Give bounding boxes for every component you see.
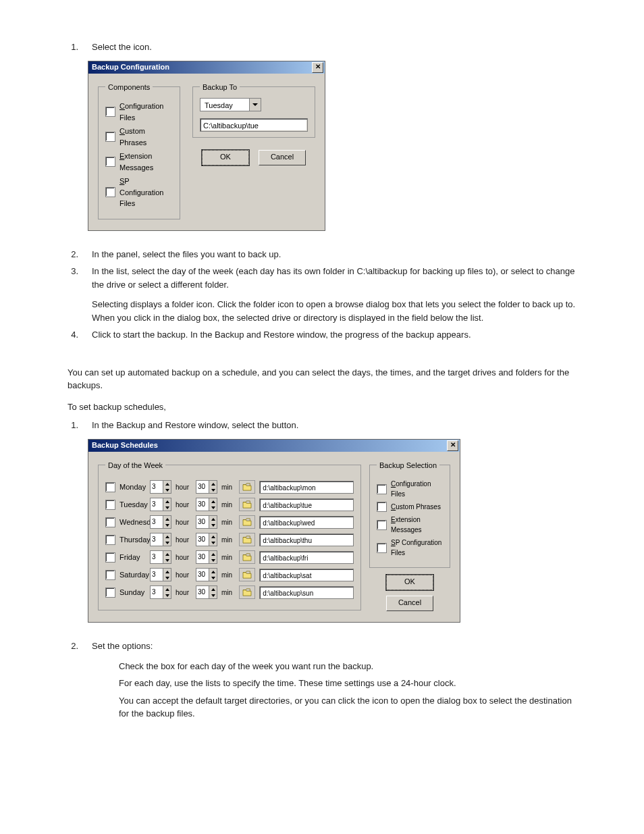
time-spinner[interactable]: 3 bbox=[150, 533, 171, 546]
folder-icon[interactable] bbox=[239, 480, 255, 494]
close-icon[interactable]: ✕ bbox=[447, 440, 458, 451]
day-checkbox[interactable] bbox=[105, 552, 115, 563]
spinner-up-icon[interactable] bbox=[209, 498, 217, 504]
dialog-titlebar: Backup Configuration ✕ bbox=[88, 61, 325, 74]
path-field[interactable]: d:\altibackup\tue bbox=[259, 498, 354, 511]
time-spinner[interactable]: 3 bbox=[150, 568, 171, 581]
time-spinner[interactable]: 3 bbox=[150, 585, 171, 599]
time-spinner[interactable]: 30 bbox=[196, 480, 217, 494]
checkbox-icon[interactable] bbox=[377, 484, 387, 494]
ok-button[interactable]: OK bbox=[202, 150, 249, 165]
checkbox-label: SP Configuration Files bbox=[119, 176, 173, 209]
day-checkbox[interactable] bbox=[105, 482, 115, 492]
spinner-up-icon[interactable] bbox=[163, 516, 171, 522]
day-checkbox[interactable] bbox=[105, 500, 115, 510]
checkbox-icon[interactable] bbox=[105, 187, 115, 197]
path-field[interactable]: C:\altibackup\tue bbox=[200, 118, 308, 132]
path-field[interactable]: d:\altibackup\thu bbox=[259, 533, 354, 546]
spinner-down-icon[interactable] bbox=[163, 557, 171, 563]
path-field[interactable]: d:\altibackup\mon bbox=[259, 481, 354, 494]
day-checkbox[interactable] bbox=[105, 517, 115, 527]
svg-marker-9 bbox=[165, 518, 169, 521]
time-spinner[interactable]: 30 bbox=[196, 568, 217, 581]
day-checkbox[interactable] bbox=[105, 535, 115, 545]
checkbox-icon[interactable] bbox=[105, 157, 115, 167]
time-spinner[interactable]: 30 bbox=[196, 585, 217, 599]
day-row: Wednesday3hour30mind:\altibackup\wed bbox=[105, 515, 354, 529]
time-spinner[interactable]: 30 bbox=[196, 498, 217, 511]
spinner-down-icon[interactable] bbox=[209, 487, 217, 493]
time-spinner[interactable]: 3 bbox=[150, 550, 171, 564]
spinner-down-icon[interactable] bbox=[163, 575, 171, 581]
cancel-button[interactable]: Cancel bbox=[386, 596, 433, 611]
time-spinner[interactable]: 3 bbox=[150, 480, 171, 494]
day-checkbox[interactable] bbox=[105, 588, 115, 598]
folder-icon[interactable] bbox=[239, 585, 255, 599]
spinner-up-icon[interactable] bbox=[163, 498, 171, 504]
cancel-button[interactable]: Cancel bbox=[259, 150, 306, 165]
close-icon[interactable]: ✕ bbox=[312, 62, 323, 73]
spinner-down-icon[interactable] bbox=[209, 592, 217, 598]
ok-button[interactable]: OK bbox=[386, 575, 433, 590]
spinner-up-icon[interactable] bbox=[209, 516, 217, 522]
chevron-down-icon[interactable] bbox=[249, 99, 261, 111]
spinner-down-icon[interactable] bbox=[163, 540, 171, 546]
spinner-up-icon[interactable] bbox=[163, 551, 171, 557]
checkbox-icon[interactable] bbox=[105, 107, 115, 117]
time-spinner[interactable]: 30 bbox=[196, 533, 217, 546]
spinner-down-icon[interactable] bbox=[209, 504, 217, 511]
time-spinner[interactable]: 30 bbox=[196, 515, 217, 529]
folder-icon[interactable] bbox=[239, 515, 255, 529]
spinner-down-icon[interactable] bbox=[163, 487, 171, 493]
folder-icon[interactable] bbox=[239, 498, 255, 511]
spinner-up-icon[interactable] bbox=[209, 586, 217, 592]
checkbox-label: Extension Messages bbox=[391, 515, 443, 535]
spinner-up-icon[interactable] bbox=[209, 533, 217, 540]
day-label: Sunday bbox=[119, 587, 144, 598]
spinner-down-icon[interactable] bbox=[209, 540, 217, 546]
path-field[interactable]: d:\altibackup\fri bbox=[259, 551, 354, 564]
checkbox-icon[interactable] bbox=[377, 502, 387, 512]
component-checkbox[interactable]: Extension Messages bbox=[105, 151, 173, 173]
min-label: min bbox=[221, 482, 232, 492]
folder-icon[interactable] bbox=[239, 533, 255, 546]
day-label: Thursday bbox=[119, 534, 151, 546]
checkbox-icon[interactable] bbox=[105, 132, 115, 142]
time-spinner[interactable]: 3 bbox=[150, 515, 171, 529]
spinner-down-icon[interactable] bbox=[163, 504, 171, 511]
svg-marker-26 bbox=[165, 594, 169, 597]
spinner-down-icon[interactable] bbox=[209, 522, 217, 528]
selection-checkbox[interactable]: Extension Messages bbox=[377, 515, 443, 535]
path-field[interactable]: d:\altibackup\sun bbox=[259, 586, 354, 599]
path-field[interactable]: d:\altibackup\wed bbox=[259, 516, 354, 529]
spinner-up-icon[interactable] bbox=[163, 586, 171, 592]
folder-icon[interactable] bbox=[239, 568, 255, 581]
selection-checkbox[interactable]: Configuration Files bbox=[377, 479, 443, 499]
day-dropdown[interactable]: Tuesday bbox=[200, 98, 261, 111]
component-checkbox[interactable]: SP Configuration Files bbox=[105, 176, 173, 209]
time-spinner[interactable]: 3 bbox=[150, 498, 171, 511]
selection-checkbox[interactable]: Custom Phrases bbox=[377, 502, 443, 512]
spinner-up-icon[interactable] bbox=[209, 481, 217, 487]
hour-label: hour bbox=[176, 517, 189, 527]
component-checkbox[interactable]: Custom Phrases bbox=[105, 126, 173, 148]
component-checkbox[interactable]: Configuration Files bbox=[105, 101, 173, 123]
folder-icon[interactable] bbox=[239, 550, 255, 564]
spinner-down-icon[interactable] bbox=[163, 592, 171, 598]
path-field[interactable]: d:\altibackup\sat bbox=[259, 569, 354, 581]
checkbox-icon[interactable] bbox=[377, 520, 387, 530]
spinner-up-icon[interactable] bbox=[209, 551, 217, 557]
spinner-down-icon[interactable] bbox=[163, 522, 171, 528]
time-spinner[interactable]: 30 bbox=[196, 550, 217, 564]
spinner-up-icon[interactable] bbox=[163, 481, 171, 487]
day-checkbox[interactable] bbox=[105, 570, 115, 580]
spinner-up-icon[interactable] bbox=[163, 569, 171, 575]
checkbox-label: Custom Phrases bbox=[391, 502, 441, 512]
day-row: Tuesday3hour30mind:\altibackup\tue bbox=[105, 498, 354, 511]
spinner-down-icon[interactable] bbox=[209, 557, 217, 563]
checkbox-icon[interactable] bbox=[377, 543, 387, 553]
spinner-up-icon[interactable] bbox=[209, 569, 217, 575]
spinner-up-icon[interactable] bbox=[163, 533, 171, 540]
selection-checkbox[interactable]: SP Configuration Files bbox=[377, 538, 443, 558]
spinner-down-icon[interactable] bbox=[209, 575, 217, 581]
